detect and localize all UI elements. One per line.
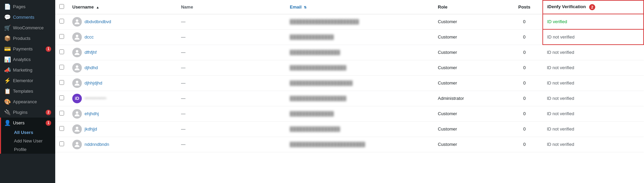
user-cell: dfhfjhf — [72, 48, 173, 57]
analytics-icon: 📊 — [4, 56, 11, 63]
sidebar-item-woocommerce[interactable]: 🛒 WooCommerce — [0, 22, 55, 33]
name-col-header: Name — [177, 0, 286, 14]
username-link[interactable]: dbdvdbndbvd — [85, 19, 111, 24]
svg-point-0 — [76, 19, 78, 21]
row-checkbox[interactable] — [59, 95, 64, 100]
sidebar-item-analytics[interactable]: 📊 Analytics — [0, 54, 55, 65]
table-row: dbdvdbndbvd—██████████████████████Custom… — [55, 14, 644, 29]
row-checkbox[interactable] — [59, 19, 64, 24]
sidebar-item-label: Users — [13, 120, 25, 125]
submenu-add-new-user[interactable]: Add New User — [1, 137, 55, 145]
table-row: nddnndbndn—████████████████████████Custo… — [55, 137, 644, 152]
posts-cell: 0 — [506, 75, 543, 91]
woo-icon: 🛒 — [4, 25, 11, 31]
avatar — [72, 48, 82, 57]
svg-point-2 — [76, 50, 78, 52]
role-cell: Customer — [434, 106, 506, 121]
username-link[interactable]: •••••••••••••• — [85, 96, 106, 101]
table-body: dbdvdbndbvd—██████████████████████Custom… — [55, 14, 644, 152]
email-cell: ████████████████ — [286, 45, 434, 60]
email-cell: ██████████████████████ — [286, 14, 434, 29]
submenu-profile[interactable]: Profile — [1, 145, 55, 154]
sidebar-item-label: WooCommerce — [13, 25, 44, 30]
svg-point-5 — [76, 111, 78, 113]
avatar — [72, 109, 82, 119]
row-checkbox[interactable] — [59, 111, 64, 116]
row-checkbox[interactable] — [59, 141, 64, 146]
row-checkbox[interactable] — [59, 80, 64, 85]
idenfy-cell: ID not verified — [543, 29, 644, 45]
sidebar-item-label: Payments — [13, 46, 33, 51]
name-cell: — — [177, 14, 286, 29]
sidebar-item-payments[interactable]: 💳 Payments 1 — [0, 44, 55, 54]
comments-icon: 💬 — [4, 14, 11, 20]
user-cell: dbdvdbndbvd — [72, 17, 173, 27]
email-cell: ██████████████ — [286, 106, 434, 121]
row-checkbox[interactable] — [59, 49, 64, 54]
payments-badge: 1 — [46, 46, 51, 52]
posts-cell: 0 — [506, 45, 543, 60]
plugins-badge: 2 — [46, 110, 51, 115]
name-cell: — — [177, 91, 286, 106]
idenfy-cell: ID not verified — [543, 45, 644, 60]
posts-cell: 0 — [506, 137, 543, 152]
users-icon: 👤 — [4, 120, 11, 126]
name-cell: — — [177, 29, 286, 45]
idenfy-cell: ID not verified — [543, 106, 644, 121]
users-table: Username ▲ Name Email ⇅ Role Posts iDenf — [55, 0, 644, 152]
idenfy-col-header: iDenfy Verification 2 — [543, 0, 644, 14]
sidebar-item-marketing[interactable]: 📣 Marketing — [0, 65, 55, 75]
idenfy-cell: ID verified — [543, 14, 644, 29]
avatar — [72, 140, 82, 149]
idenfy-cell: ID not verified — [543, 91, 644, 106]
username-col-header[interactable]: Username ▲ — [68, 0, 177, 14]
avatar — [72, 124, 82, 134]
username-link[interactable]: ehjhdhj — [85, 111, 99, 116]
elementor-icon: ⚡ — [4, 77, 11, 84]
sidebar-item-pages[interactable]: 📄 Pages — [0, 1, 55, 12]
select-all-col — [55, 0, 68, 14]
username-link[interactable]: djhdhd — [85, 65, 98, 70]
idenfy-cell: ID not verified — [543, 60, 644, 75]
sidebar-item-label: Products — [13, 36, 30, 41]
sidebar-item-label: Comments — [13, 15, 34, 20]
username-link[interactable]: djhhjdjhd — [85, 80, 102, 86]
user-cell: iD•••••••••••••• — [72, 94, 173, 103]
username-link[interactable]: dccc — [85, 34, 94, 40]
avatar — [72, 32, 82, 42]
sidebar-item-label: Templates — [13, 89, 33, 94]
role-cell: Customer — [434, 14, 506, 29]
table-row: ehjhdhj—██████████████Customer0ID not ve… — [55, 106, 644, 121]
payments-icon: 💳 — [4, 46, 11, 52]
name-cell: — — [177, 106, 286, 121]
role-cell: Administrator — [434, 91, 506, 106]
users-badge: 1 — [46, 120, 51, 126]
email-col-header[interactable]: Email ⇅ — [286, 0, 434, 14]
sidebar-item-plugins[interactable]: 🔌 Plugins 2 — [0, 107, 55, 118]
sidebar-item-users[interactable]: 👤 Users 1 — [1, 118, 55, 128]
username-link[interactable]: dfhfjhf — [85, 50, 96, 55]
users-submenu: All Users Add New User Profile — [1, 128, 55, 154]
templates-icon: 📋 — [4, 88, 11, 94]
role-cell: Customer — [434, 29, 506, 45]
sidebar-item-templates[interactable]: 📋 Templates — [0, 86, 55, 96]
row-checkbox[interactable] — [59, 126, 64, 131]
row-checkbox[interactable] — [59, 34, 64, 39]
email-cell: ██████████████ — [286, 29, 434, 45]
submenu-all-users[interactable]: All Users — [1, 128, 55, 137]
username-link[interactable]: nddnndbndn — [85, 142, 109, 147]
marketing-icon: 📣 — [4, 67, 11, 73]
sidebar-item-elementor[interactable]: ⚡ Elementor — [0, 75, 55, 86]
plugins-icon: 🔌 — [4, 109, 11, 116]
idenfy-header-badge: 2 — [589, 4, 595, 10]
username-link[interactable]: jkdhjjd — [85, 126, 97, 132]
username-sort-arrow: ▲ — [96, 5, 100, 9]
sidebar-item-appearance[interactable]: 🎨 Appearance — [0, 96, 55, 107]
user-cell: dccc — [72, 32, 173, 42]
sidebar-item-products[interactable]: 📦 Products — [0, 33, 55, 44]
table-row: djhhjdjhd—████████████████████Customer0I… — [55, 75, 644, 91]
idenfy-cell: ID not verified — [543, 121, 644, 137]
row-checkbox[interactable] — [59, 65, 64, 70]
sidebar-item-comments[interactable]: 💬 Comments — [0, 12, 55, 22]
select-all-checkbox[interactable] — [59, 4, 64, 9]
